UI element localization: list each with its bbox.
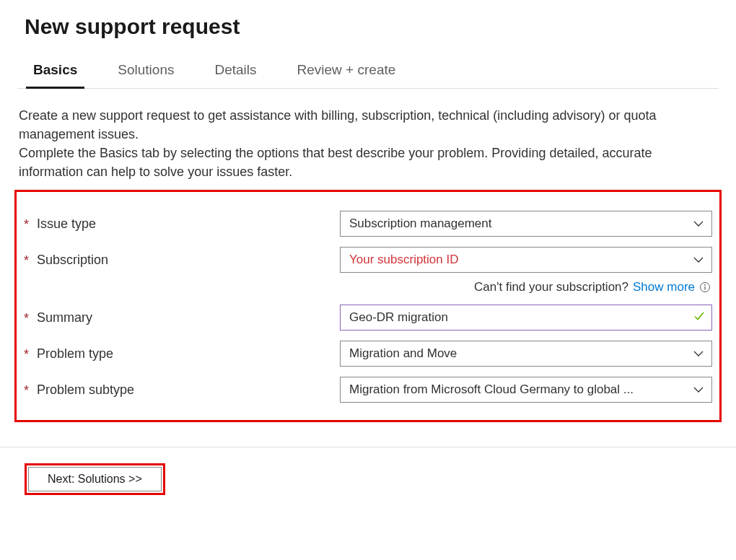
problem-type-value: Migration and Move bbox=[349, 346, 457, 361]
subscription-value: Your subscription ID bbox=[349, 253, 459, 267]
intro-text: Create a new support request to get assi… bbox=[19, 106, 717, 181]
svg-rect-2 bbox=[704, 286, 705, 290]
required-indicator: * bbox=[24, 346, 32, 361]
required-indicator: * bbox=[24, 310, 32, 325]
required-indicator: * bbox=[24, 216, 32, 231]
problem-type-dropdown[interactable]: Migration and Move bbox=[340, 341, 712, 367]
tab-bar: Basics Solutions Details Review + create bbox=[17, 58, 719, 89]
chevron-down-icon bbox=[693, 218, 704, 229]
problem-subtype-label: Problem subtype bbox=[37, 382, 134, 398]
info-icon[interactable] bbox=[699, 281, 711, 293]
tab-solutions[interactable]: Solutions bbox=[118, 58, 174, 88]
basics-form-highlight: * Issue type Subscription management * S… bbox=[14, 190, 722, 422]
issue-type-label: Issue type bbox=[37, 216, 96, 232]
chevron-down-icon bbox=[693, 384, 704, 395]
chevron-down-icon bbox=[693, 348, 704, 359]
svg-point-1 bbox=[704, 284, 706, 286]
summary-label: Summary bbox=[37, 310, 92, 325]
problem-subtype-value: Migration from Microsoft Cloud Germany t… bbox=[349, 382, 634, 397]
issue-type-value: Subscription management bbox=[349, 216, 492, 231]
next-solutions-button[interactable]: Next: Solutions >> bbox=[28, 467, 162, 491]
problem-type-label: Problem type bbox=[37, 346, 113, 362]
tab-details[interactable]: Details bbox=[214, 58, 256, 88]
tab-basics[interactable]: Basics bbox=[33, 58, 77, 88]
problem-subtype-dropdown[interactable]: Migration from Microsoft Cloud Germany t… bbox=[340, 377, 712, 403]
subscription-hint-text: Can't find your subscription? bbox=[474, 280, 628, 294]
subscription-label: Subscription bbox=[37, 253, 108, 268]
subscription-dropdown[interactable]: Your subscription ID bbox=[340, 247, 712, 273]
issue-type-dropdown[interactable]: Subscription management bbox=[340, 211, 712, 237]
chevron-down-icon bbox=[693, 254, 704, 266]
tab-review-create[interactable]: Review + create bbox=[297, 58, 396, 88]
required-indicator: * bbox=[24, 253, 32, 267]
next-button-highlight: Next: Solutions >> bbox=[25, 463, 165, 495]
subscription-show-more-link[interactable]: Show more bbox=[633, 280, 695, 294]
page-title: New support request bbox=[25, 14, 711, 39]
required-indicator: * bbox=[24, 382, 32, 397]
summary-input[interactable] bbox=[340, 305, 712, 331]
